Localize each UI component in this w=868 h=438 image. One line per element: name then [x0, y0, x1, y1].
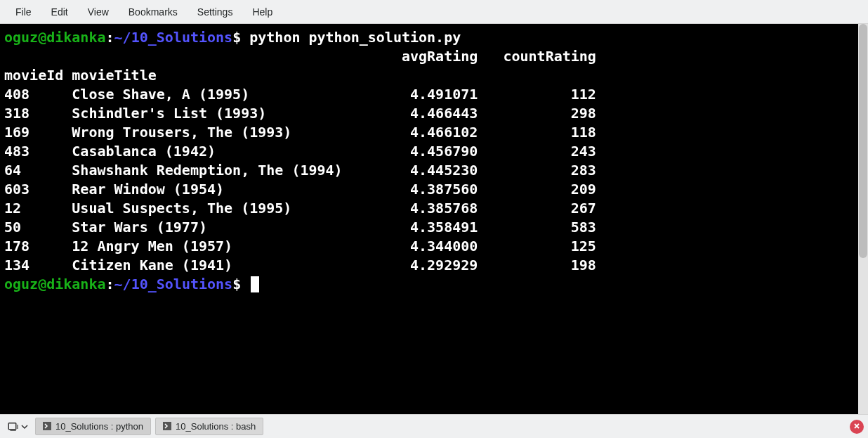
menu-edit[interactable]: Edit	[41, 2, 78, 22]
tab-label: 10_Solutions : bash	[176, 421, 256, 432]
menu-view[interactable]: View	[78, 2, 119, 22]
terminal-output[interactable]: oguz@dikanka:~/10_Solutions$ python pyth…	[0, 24, 858, 414]
tab-label: 10_Solutions : python	[55, 421, 143, 432]
terminal-window: File Edit View Bookmarks Settings Help o…	[0, 0, 868, 438]
tab-python[interactable]: 10_Solutions : python	[35, 418, 151, 435]
menu-file[interactable]: File	[6, 2, 41, 22]
menu-help[interactable]: Help	[242, 2, 282, 22]
scrollbar[interactable]	[858, 24, 868, 414]
terminal-container: oguz@dikanka:~/10_Solutions$ python pyth…	[0, 24, 868, 414]
close-button[interactable]	[850, 420, 864, 434]
scrollbar-track[interactable]	[858, 24, 868, 414]
svg-rect-0	[8, 423, 16, 429]
menu-bookmarks[interactable]: Bookmarks	[119, 2, 188, 22]
close-icon	[853, 422, 860, 432]
chevron-down-icon	[21, 423, 28, 430]
bottom-bar: 10_Solutions : python 10_Solutions : bas…	[0, 414, 868, 438]
scrollbar-thumb[interactable]	[859, 24, 867, 258]
tab-bash[interactable]: 10_Solutions : bash	[155, 418, 263, 435]
terminal-prompt-icon	[43, 422, 51, 432]
new-tab-icon	[7, 420, 20, 433]
new-tab-button[interactable]	[4, 419, 31, 434]
terminal-prompt-icon	[163, 422, 171, 432]
menu-bar: File Edit View Bookmarks Settings Help	[0, 0, 868, 24]
menu-settings[interactable]: Settings	[188, 2, 243, 22]
